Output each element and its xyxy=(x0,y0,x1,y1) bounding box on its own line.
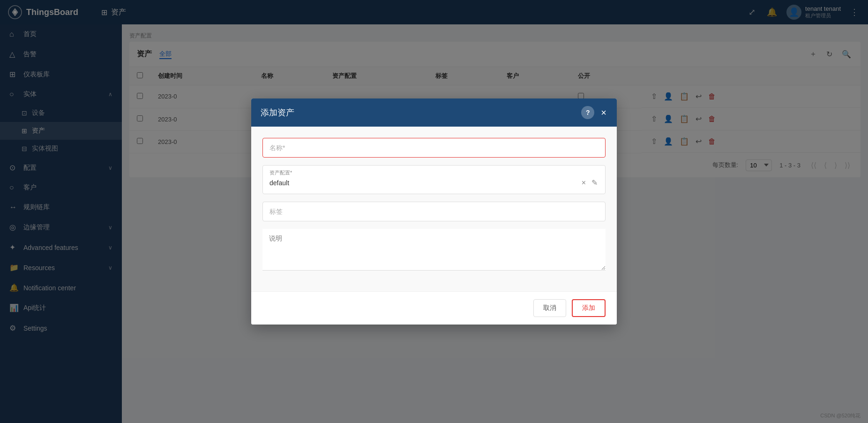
modal-close-button[interactable]: × xyxy=(600,106,607,119)
tags-input[interactable] xyxy=(262,202,606,221)
add-asset-modal: 添加资产 ? × 资产配置* default × ✎ xyxy=(251,98,617,325)
asset-profile-actions: × ✎ xyxy=(581,177,599,188)
description-textarea[interactable] xyxy=(262,229,606,271)
modal-header-actions: ? × xyxy=(581,106,607,119)
asset-profile-value-row: default × ✎ xyxy=(269,177,599,188)
modal-title: 添加资产 xyxy=(261,107,294,118)
modal-footer: 取消 添加 xyxy=(251,291,617,325)
edit-asset-profile-button[interactable]: ✎ xyxy=(591,177,599,188)
add-button[interactable]: 添加 xyxy=(572,299,606,317)
form-field-tags xyxy=(262,202,606,221)
name-input[interactable] xyxy=(262,138,606,158)
asset-profile-value: default xyxy=(269,179,289,187)
form-field-asset-profile: 资产配置* default × ✎ xyxy=(262,165,606,194)
modal-header: 添加资产 ? × xyxy=(251,98,617,127)
form-field-description xyxy=(262,229,606,272)
clear-asset-profile-button[interactable]: × xyxy=(581,177,587,188)
modal-help-button[interactable]: ? xyxy=(581,106,594,119)
modal-overlay: 添加资产 ? × 资产配置* default × ✎ xyxy=(0,0,868,423)
asset-profile-label: 资产配置* xyxy=(269,169,599,176)
asset-profile-select[interactable]: 资产配置* default × ✎ xyxy=(262,165,606,194)
modal-body: 资产配置* default × ✎ xyxy=(251,127,617,291)
form-field-name xyxy=(262,138,606,158)
cancel-button[interactable]: 取消 xyxy=(533,299,566,317)
